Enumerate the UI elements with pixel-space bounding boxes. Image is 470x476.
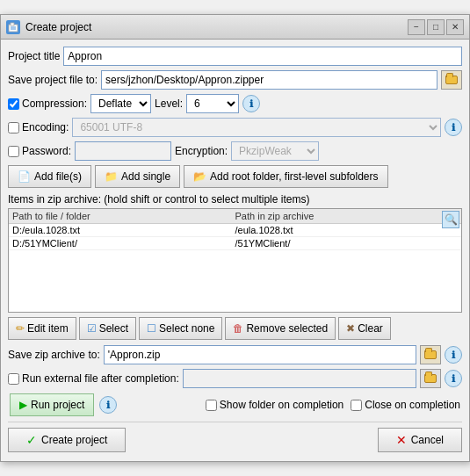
col-zip-header: Path in zip archive — [235, 211, 459, 221]
save-zip-row: Save zip archive to: ℹ — [8, 345, 462, 364]
svg-rect-1 — [11, 23, 14, 25]
add-single-icon: 📁 — [105, 170, 118, 183]
run-project-button[interactable]: ▶ Run project — [10, 393, 94, 416]
project-title-row: Project title — [8, 47, 462, 66]
file-list-body[interactable]: D:/eula.1028.txt /eula.1028.txt D:/51YMC… — [9, 224, 461, 312]
remove-selected-button[interactable]: 🗑 Remove selected — [225, 317, 336, 340]
project-title-input[interactable] — [63, 47, 462, 66]
encryption-select[interactable]: PkzipWeak AES128 AES256 — [231, 141, 319, 161]
encoding-label: Encoding: — [22, 121, 69, 133]
add-files-icon: 📄 — [18, 170, 31, 183]
project-title-label: Project title — [8, 50, 60, 62]
select-button[interactable]: ☑ Select — [79, 317, 136, 340]
check-icon: ✓ — [26, 433, 37, 447]
save-project-label: Save project file to: — [8, 74, 98, 86]
run-external-folder-icon — [424, 374, 437, 383]
zip-path-cell: /51YMClient/ — [235, 238, 459, 249]
encoding-info-button[interactable]: ℹ — [445, 119, 462, 136]
run-external-input[interactable] — [183, 369, 416, 388]
col-path-header: Path to file / folder — [12, 211, 235, 221]
encryption-label: Encryption: — [175, 145, 228, 157]
run-left: ▶ Run project ℹ — [10, 393, 117, 416]
run-right: Show folder on completion Close on compl… — [206, 399, 460, 411]
close-checkbox[interactable] — [351, 400, 362, 411]
pencil-icon: ✏ — [16, 322, 25, 335]
x-icon: ✕ — [396, 433, 407, 447]
run-external-row: Run external file after completion: ℹ — [8, 369, 462, 388]
select-icon: ☑ — [87, 322, 97, 335]
add-root-icon: 📂 — [193, 170, 206, 183]
password-input[interactable] — [75, 141, 171, 161]
edit-item-button[interactable]: ✏ Edit item — [8, 317, 76, 340]
encoding-row: Encoding: 65001 UTF-8 ℹ — [8, 118, 462, 137]
encoding-select[interactable]: 65001 UTF-8 — [72, 118, 441, 137]
run-external-info-button[interactable]: ℹ — [445, 370, 462, 387]
password-row: Password: Encryption: PkzipWeak AES128 A… — [8, 141, 462, 161]
show-folder-label[interactable]: Show folder on completion — [206, 399, 343, 411]
compression-checkbox[interactable] — [8, 98, 19, 110]
select-none-button[interactable]: ☐ Select none — [139, 317, 222, 340]
add-buttons-row: 📄 Add file(s) 📁 Add single 📂 Add root fo… — [8, 165, 462, 188]
create-project-button[interactable]: ✓ Create project — [8, 428, 126, 452]
file-list-label-row: Items in zip archive: (hold shift or con… — [8, 193, 462, 208]
close-label[interactable]: Close on completion — [351, 399, 460, 411]
file-list-header: Path to file / folder Path in zip archiv… — [9, 209, 461, 224]
table-row[interactable]: D:/eula.1028.txt /eula.1028.txt — [9, 224, 461, 237]
window-icon — [6, 20, 20, 34]
close-button[interactable]: ✕ — [446, 19, 464, 35]
window-title: Create project — [25, 21, 91, 33]
add-files-button[interactable]: 📄 Add file(s) — [8, 165, 91, 188]
save-zip-folder-button[interactable] — [420, 345, 441, 364]
run-external-folder-button[interactable] — [420, 369, 441, 388]
encoding-checkbox[interactable] — [8, 122, 19, 133]
cancel-button[interactable]: ✕ Cancel — [378, 428, 462, 452]
create-project-window: Create project − □ ✕ Project title Save … — [0, 14, 470, 462]
compression-info-button[interactable]: ℹ — [242, 95, 260, 112]
run-external-checkbox-label[interactable]: Run external file after completion: — [8, 372, 179, 385]
file-list-container: Path to file / folder Path in zip archiv… — [8, 208, 462, 313]
clear-button[interactable]: ✖ Clear — [338, 317, 391, 340]
add-root-button[interactable]: 📂 Add root folder, first-level subfolder… — [184, 165, 387, 188]
maximize-button[interactable]: □ — [427, 19, 445, 35]
clear-icon: ✖ — [346, 322, 355, 335]
remove-icon: 🗑 — [233, 322, 243, 335]
folder-icon — [445, 76, 458, 84]
compression-row: Compression: Deflate Store BZip2 Level: … — [8, 94, 462, 113]
run-icon: ▶ — [19, 399, 27, 411]
compression-checkbox-label[interactable]: Compression: — [8, 97, 87, 110]
level-select[interactable]: 6 12345789 — [186, 94, 239, 113]
run-project-info-button[interactable]: ℹ — [99, 396, 117, 414]
file-path-cell: D:/eula.1028.txt — [12, 225, 235, 235]
add-single-button[interactable]: 📁 Add single — [95, 165, 180, 188]
zip-path-cell: /eula.1028.txt — [235, 225, 459, 235]
save-project-input[interactable] — [101, 70, 437, 90]
save-project-row: Save project file to: — [8, 70, 462, 90]
password-label: Password: — [22, 145, 71, 157]
compression-label: Compression: — [22, 97, 87, 110]
save-zip-label: Save zip archive to: — [8, 349, 100, 361]
run-external-checkbox[interactable] — [8, 373, 19, 385]
title-controls: − □ ✕ — [408, 19, 464, 35]
search-button[interactable]: 🔍 — [442, 211, 459, 228]
run-project-row: ▶ Run project ℹ Show folder on completio… — [8, 393, 462, 416]
password-checkbox-label[interactable]: Password: — [8, 145, 71, 157]
select-none-icon: ☐ — [147, 322, 156, 335]
title-bar-left: Create project — [6, 20, 91, 34]
encoding-checkbox-label[interactable]: Encoding: — [8, 121, 69, 133]
save-zip-info-button[interactable]: ℹ — [445, 346, 462, 364]
file-path-cell: D:/51YMClient/ — [12, 238, 235, 249]
save-zip-input[interactable] — [104, 345, 416, 364]
password-checkbox[interactable] — [8, 146, 19, 157]
compression-select[interactable]: Deflate Store BZip2 — [90, 94, 151, 113]
level-label: Level: — [155, 97, 183, 110]
title-bar: Create project − □ ✕ — [1, 15, 469, 40]
content-area: Project title Save project file to: Comp… — [1, 40, 469, 461]
table-row[interactable]: D:/51YMClient/ /51YMClient/ — [9, 237, 461, 250]
action-buttons-row: ✏ Edit item ☑ Select ☐ Select none 🗑 Rem… — [8, 317, 462, 340]
show-folder-checkbox[interactable] — [206, 400, 217, 411]
file-list-section-label: Items in zip archive: (hold shift or con… — [8, 193, 309, 206]
save-zip-folder-icon — [424, 350, 437, 359]
save-project-folder-button[interactable] — [441, 70, 462, 90]
run-external-label: Run external file after completion: — [22, 372, 179, 385]
minimize-button[interactable]: − — [408, 19, 425, 35]
